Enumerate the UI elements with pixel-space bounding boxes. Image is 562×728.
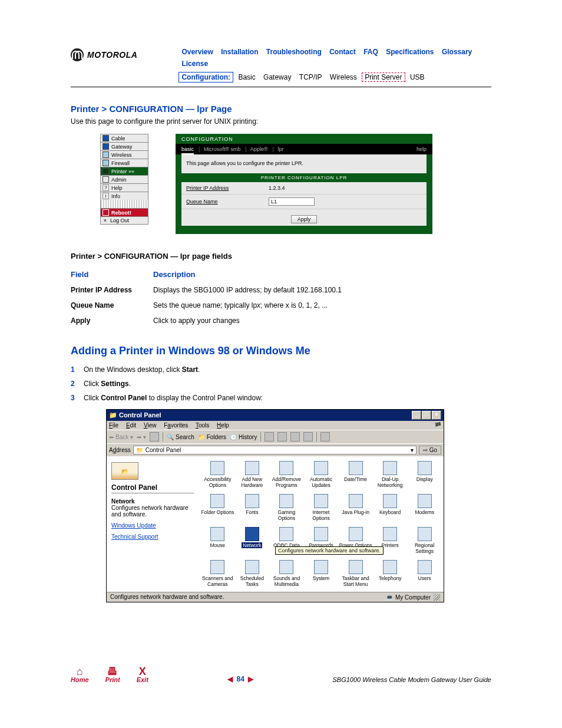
tab-basic[interactable]: basic [181, 146, 194, 154]
sidebar-item[interactable]: Wireless [100, 150, 148, 159]
menu-edit[interactable]: Edit [126, 422, 136, 429]
sidebar-item[interactable]: Printer »» [100, 167, 148, 175]
sidebar-item[interactable]: Cable [100, 134, 148, 142]
sidebar-item[interactable]: iInfo [100, 192, 148, 200]
cp-sidebar: 📂 Control Panel Network Configures netwo… [107, 456, 199, 592]
subnav-tcpip[interactable]: TCP/IP [299, 73, 322, 81]
nav-specifications[interactable]: Specifications [386, 48, 434, 56]
search-button[interactable]: 🔍 Search [167, 434, 194, 440]
cp-icon-dial-up-networking[interactable]: Dial-Up Networking [373, 461, 407, 488]
menu-file[interactable]: File [109, 422, 118, 429]
cp-icon-label: Date/Time [339, 476, 372, 482]
up-icon[interactable] [150, 432, 159, 442]
resize-grip-icon[interactable] [433, 594, 440, 601]
sidebar-divider [100, 200, 148, 208]
cp-icon-telephony[interactable]: Telephony [373, 560, 407, 587]
subnav-basic[interactable]: Basic [238, 73, 255, 81]
nav-license[interactable]: License [181, 60, 208, 68]
nav-overview[interactable]: Overview [181, 48, 213, 56]
cp-icon-taskbar-and-start-menu[interactable]: Taskbar and Start Menu [339, 560, 372, 587]
folders-button[interactable]: 📁 Folders [198, 434, 226, 440]
cp-icon-display[interactable]: Display [408, 461, 441, 488]
back-button[interactable]: ⬅ Back ▾ [109, 434, 133, 440]
cp-icon-date-time[interactable]: Date/Time [339, 461, 372, 488]
cp-icon-internet-options[interactable]: Internet Options [305, 494, 338, 521]
sidebar-item[interactable]: ?Help [100, 183, 148, 192]
history-button[interactable]: 🕓 History [230, 434, 257, 440]
exit-button[interactable]: XExit [137, 667, 148, 683]
nav-installation[interactable]: Installation [221, 48, 258, 56]
cp-icon-fonts[interactable]: Fonts [236, 494, 269, 521]
input-queue-name[interactable] [269, 197, 315, 206]
menu-help[interactable]: Help [217, 422, 229, 429]
apply-button[interactable]: Apply [291, 215, 318, 223]
app-icon [314, 494, 328, 508]
link-technical-support[interactable]: Technical Support [111, 533, 194, 540]
chevron-down-icon[interactable]: ▾ [411, 447, 414, 453]
home-button[interactable]: ⌂Home [71, 667, 89, 683]
menu-view[interactable]: View [144, 422, 157, 429]
cp-icon-sounds-and-multimedia[interactable]: Sounds and Multimedia [270, 560, 303, 587]
print-button[interactable]: 🖶Print [105, 667, 120, 683]
maximize-button[interactable]: □ [422, 411, 431, 420]
nav-glossary[interactable]: Glossary [442, 48, 472, 56]
address-bar: Address 📁Control Panel▾ ⇨ Go [107, 443, 444, 456]
subnav-print-server[interactable]: Print Server [362, 73, 405, 82]
cp-icon-label: Scanners and Cameras [201, 575, 234, 587]
link-windows-update[interactable]: Windows Update [111, 522, 194, 529]
subnav-usb[interactable]: USB [410, 73, 425, 81]
config-sidebar: CableGatewayWirelessFirewallPrinter »»Ad… [100, 134, 148, 234]
cp-icon-gaming-options[interactable]: Gaming Options [270, 494, 303, 521]
cp-icon-keyboard[interactable]: Keyboard [373, 494, 407, 521]
cp-icon-network[interactable]: Network [236, 527, 269, 554]
forward-button[interactable]: ➡ ▾ [137, 434, 146, 440]
cp-icon-users[interactable]: Users [408, 560, 441, 587]
go-button[interactable]: ⇨ Go [419, 446, 441, 454]
tab-lpr[interactable]: lpr [277, 146, 283, 152]
cp-icon-label: Display [408, 476, 441, 482]
tab-smb[interactable]: Microsoft® smb [204, 146, 241, 152]
views-icon[interactable] [320, 432, 330, 442]
panel-hint: This page allows you to configure the pr… [181, 154, 427, 173]
cp-icon-regional-settings[interactable]: Regional Settings [408, 527, 441, 554]
window-statusbar: Configures network hardware and software… [107, 592, 444, 602]
next-page-icon[interactable]: ▶ [248, 675, 253, 683]
nav-contact[interactable]: Contact [329, 48, 356, 56]
toolbar-icon[interactable] [290, 432, 300, 442]
cp-icon-modems[interactable]: Modems [408, 494, 441, 521]
cp-icon-folder-options[interactable]: Folder Options [201, 494, 234, 521]
cp-icon-add-remove-programs[interactable]: Add/Remove Programs [270, 461, 303, 488]
cp-icon-automatic-updates[interactable]: Automatic Updates [305, 461, 338, 488]
subnav-gateway[interactable]: Gateway [263, 73, 291, 81]
sidebar-item[interactable]: Gateway [100, 142, 148, 150]
address-field[interactable]: 📁Control Panel▾ [133, 446, 416, 454]
help-link[interactable]: help [416, 146, 427, 152]
toolbar-icon[interactable] [277, 432, 287, 442]
tab-apple[interactable]: Apple® [250, 146, 268, 152]
app-icon [245, 527, 259, 541]
cp-icon-accessibility-options[interactable]: Accessibility Options [201, 461, 234, 488]
cp-icon-add-new-hardware[interactable]: Add New Hardware [236, 461, 269, 488]
subnav-wireless[interactable]: Wireless [330, 73, 357, 81]
cp-icon-scheduled-tasks[interactable]: Scheduled Tasks [236, 560, 269, 587]
sidebar-item[interactable]: Firewall [100, 159, 148, 167]
toolbar-icon[interactable] [303, 432, 313, 442]
minimize-button[interactable]: _ [412, 411, 421, 420]
sidebar-item[interactable]: Admin [100, 175, 148, 183]
cp-icon-mouse[interactable]: Mouse [201, 527, 234, 554]
toolbar-icon[interactable] [265, 432, 274, 442]
sidebar-reboot[interactable]: Reboot! [100, 208, 148, 216]
nav-troubleshooting[interactable]: Troubleshooting [266, 48, 322, 56]
menu-tools[interactable]: Tools [196, 422, 209, 429]
cp-icon-system[interactable]: System [305, 560, 338, 587]
cp-icon-label: Accessibility Options [201, 476, 234, 488]
prev-page-icon[interactable]: ◀ [227, 675, 233, 683]
nav-faq[interactable]: FAQ [363, 48, 378, 56]
fields-table: Field Description Printer IP Address Dis… [71, 270, 491, 325]
sidebar-logout[interactable]: ×Log Out [100, 216, 148, 225]
close-button[interactable]: × [432, 411, 441, 420]
menu-favorites[interactable]: Favorites [164, 422, 188, 429]
app-icon [210, 461, 224, 475]
cp-icon-java-plug-in[interactable]: Java Plug-in [339, 494, 372, 521]
cp-icon-scanners-and-cameras[interactable]: Scanners and Cameras [201, 560, 234, 587]
